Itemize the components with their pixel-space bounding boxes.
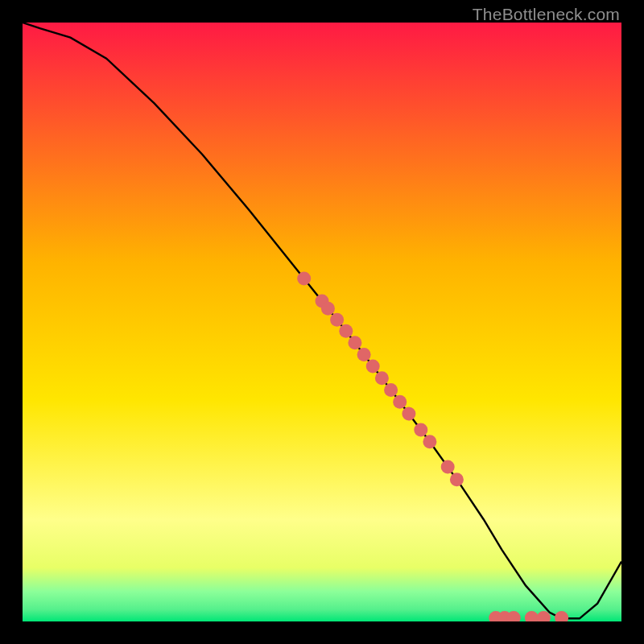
data-marker xyxy=(441,460,455,474)
bottleneck-curve xyxy=(23,23,621,621)
data-marker xyxy=(348,336,361,349)
data-marker xyxy=(414,423,427,436)
data-marker xyxy=(375,371,389,385)
data-marker xyxy=(384,383,398,397)
chart-frame: TheBottleneck.com xyxy=(0,0,644,644)
data-marker xyxy=(402,407,415,421)
plot-area xyxy=(23,23,621,621)
data-marker xyxy=(525,611,539,621)
data-marker xyxy=(339,324,353,338)
data-marker xyxy=(450,473,464,486)
data-marker xyxy=(423,435,436,448)
data-marker xyxy=(321,302,335,316)
data-marker xyxy=(366,360,380,374)
data-marker xyxy=(297,272,311,286)
data-marker xyxy=(393,395,407,409)
data-marker xyxy=(555,611,568,621)
watermark-text: TheBottleneck.com xyxy=(473,5,620,24)
data-marker xyxy=(357,348,371,361)
data-marker xyxy=(330,313,344,327)
